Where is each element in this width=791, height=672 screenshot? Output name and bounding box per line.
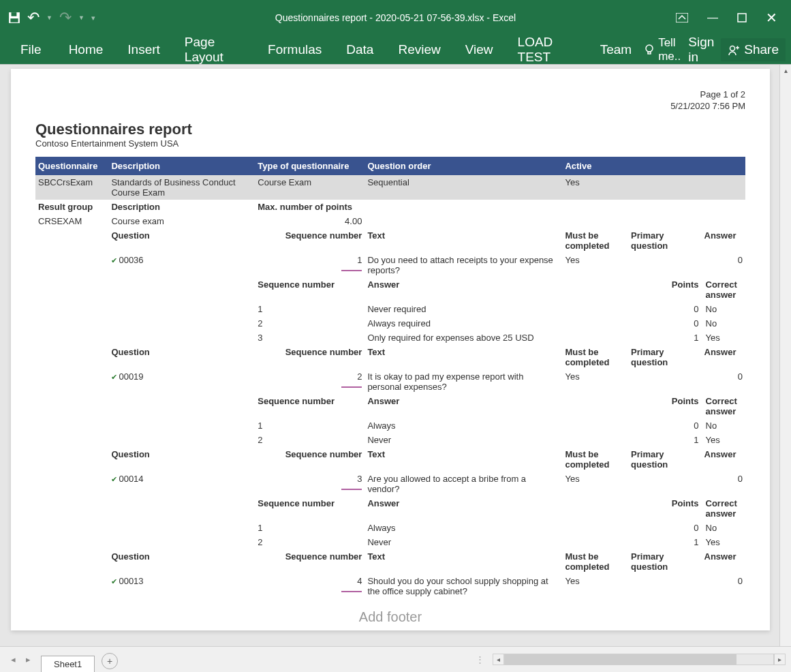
lbl-a-answer: Answer bbox=[365, 394, 562, 418]
lbl-primary: Primary question bbox=[628, 549, 701, 574]
ribbon-display-icon[interactable] bbox=[676, 13, 688, 22]
q-id: ✔00013 bbox=[108, 574, 255, 598]
a-seq: 2 bbox=[255, 535, 365, 549]
a-seq: 2 bbox=[255, 316, 365, 331]
share-button[interactable]: Share bbox=[721, 38, 786, 61]
lbl-question: Question bbox=[108, 447, 255, 472]
answer-header: Sequence numberAnswerPointsCorrect answe… bbox=[35, 394, 745, 418]
a-seq: 1 bbox=[255, 418, 365, 433]
horizontal-scrollbar[interactable]: ◂ ▸ bbox=[493, 654, 786, 665]
q-id: ✔00019 bbox=[108, 369, 255, 394]
add-footer-placeholder[interactable]: Add footer bbox=[35, 609, 745, 625]
lbl-max-points: Max. number of points bbox=[255, 200, 745, 214]
lbl-correct: Correct answer bbox=[702, 496, 745, 521]
lbl-answer: Answer bbox=[702, 228, 745, 253]
save-icon[interactable] bbox=[8, 12, 20, 24]
file-tab[interactable]: File bbox=[5, 35, 57, 64]
answer-row: 3Only required for expenses above 25 USD… bbox=[35, 331, 745, 345]
undo-dropdown-icon[interactable]: ▼ bbox=[46, 14, 52, 21]
q-must: Yes bbox=[562, 253, 628, 277]
tab-formulas[interactable]: Formulas bbox=[255, 35, 334, 64]
lbl-must: Must be completed bbox=[562, 447, 628, 472]
tab-insert[interactable]: Insert bbox=[115, 35, 172, 64]
hscroll-right-icon[interactable]: ▸ bbox=[774, 654, 786, 665]
a-points: 1 bbox=[562, 331, 701, 345]
a-points: 1 bbox=[562, 433, 701, 447]
q-must: Yes bbox=[562, 369, 628, 394]
close-icon[interactable]: ✕ bbox=[766, 10, 777, 26]
lbl-primary: Primary question bbox=[628, 345, 701, 369]
undo-icon[interactable]: ↶ bbox=[27, 9, 40, 27]
minimize-icon[interactable]: — bbox=[707, 12, 718, 24]
hscroll-thumb[interactable] bbox=[505, 654, 736, 665]
report-title: Questionnaires report bbox=[35, 121, 745, 138]
page-datetime: 5/21/2020 7:56 PM bbox=[35, 101, 745, 112]
check-icon: ✔ bbox=[111, 256, 117, 265]
hdr-order: Question order bbox=[365, 157, 562, 175]
sheet-nav-first-icon[interactable]: ◂ bbox=[7, 654, 19, 665]
new-sheet-button[interactable]: + bbox=[102, 653, 118, 669]
maximize-icon[interactable] bbox=[737, 13, 747, 22]
answer-row: 1Always0No bbox=[35, 418, 745, 433]
sign-in-button[interactable]: Sign in bbox=[688, 35, 714, 65]
qat-customize-icon[interactable]: ▾ bbox=[91, 14, 95, 22]
a-points: 0 bbox=[562, 316, 701, 331]
lbl-answer: Answer bbox=[702, 549, 745, 574]
question-row: ✔000143Are you allowed to accept a bribe… bbox=[35, 472, 745, 496]
a-correct: Yes bbox=[702, 535, 745, 549]
lbl-correct: Correct answer bbox=[702, 394, 745, 418]
a-seq: 1 bbox=[255, 302, 365, 316]
answer-header: Sequence numberAnswerPointsCorrect answe… bbox=[35, 496, 745, 521]
vertical-scrollbar[interactable]: ▴ bbox=[779, 65, 791, 672]
report-table: Questionnaire Description Type of questi… bbox=[35, 157, 745, 598]
hscroll-track[interactable] bbox=[504, 654, 774, 665]
qn-active: Yes bbox=[562, 175, 745, 200]
lbl-points: Points bbox=[562, 394, 701, 418]
answer-header: Sequence numberAnswerPointsCorrect answe… bbox=[35, 277, 745, 302]
table-header-row: Questionnaire Description Type of questi… bbox=[35, 157, 745, 175]
quick-access-toolbar: ↶ ▼ ↷ ▼ ▾ bbox=[0, 9, 95, 27]
tab-review[interactable]: Review bbox=[386, 35, 452, 64]
answer-row: 2Never1Yes bbox=[35, 433, 745, 447]
lbl-a-answer: Answer bbox=[365, 277, 562, 302]
splitter-grip-icon[interactable]: ⋮ bbox=[476, 654, 487, 665]
tab-home[interactable]: Home bbox=[57, 35, 116, 64]
a-correct: Yes bbox=[702, 433, 745, 447]
redo-dropdown-icon[interactable]: ▼ bbox=[78, 14, 84, 21]
report-subtitle: Contoso Entertainment System USA bbox=[35, 138, 745, 149]
check-icon: ✔ bbox=[111, 373, 117, 382]
hscroll-left-icon[interactable]: ◂ bbox=[493, 654, 504, 665]
svg-point-7 bbox=[730, 46, 735, 51]
question-header: QuestionSequence numberTextMust be compl… bbox=[35, 345, 745, 369]
underline-icon bbox=[341, 386, 362, 388]
check-icon: ✔ bbox=[111, 475, 117, 484]
sheet-nav-last-icon[interactable]: ▸ bbox=[22, 654, 34, 665]
a-correct: No bbox=[702, 316, 745, 331]
share-label: Share bbox=[744, 42, 779, 57]
tab-view[interactable]: View bbox=[453, 35, 506, 64]
lbl-a-seq: Sequence number bbox=[255, 496, 365, 521]
tab-team[interactable]: Team bbox=[588, 35, 644, 64]
a-seq: 1 bbox=[255, 521, 365, 535]
qn-type: Course Exam bbox=[255, 175, 365, 200]
lbl-must: Must be completed bbox=[562, 345, 628, 369]
underline-icon bbox=[341, 270, 362, 271]
scroll-up-icon[interactable]: ▴ bbox=[780, 65, 791, 76]
scroll-track[interactable] bbox=[780, 76, 791, 672]
sheet-tab-active[interactable]: Sheet1 bbox=[41, 656, 95, 672]
answer-row: 1Never required0No bbox=[35, 302, 745, 316]
lbl-answer: Answer bbox=[702, 345, 745, 369]
svg-rect-1 bbox=[12, 12, 17, 16]
tab-data[interactable]: Data bbox=[334, 35, 386, 64]
a-correct: Yes bbox=[702, 331, 745, 345]
question-row: ✔000192It is okay to pad my expense repo… bbox=[35, 369, 745, 394]
lbl-result-group: Result group bbox=[35, 200, 108, 214]
tell-me-search[interactable]: Tell me.. bbox=[644, 36, 681, 63]
lbl-seq: Sequence number bbox=[255, 228, 365, 253]
lbl-text: Text bbox=[365, 228, 562, 253]
lbl-text: Text bbox=[365, 345, 562, 369]
question-header: QuestionSequence numberTextMust be compl… bbox=[35, 447, 745, 472]
result-group-row: CRSEXAM Course exam 4.00 bbox=[35, 214, 745, 228]
a-points: 0 bbox=[562, 302, 701, 316]
q-text: Should you do your school supply shoppin… bbox=[365, 574, 562, 598]
